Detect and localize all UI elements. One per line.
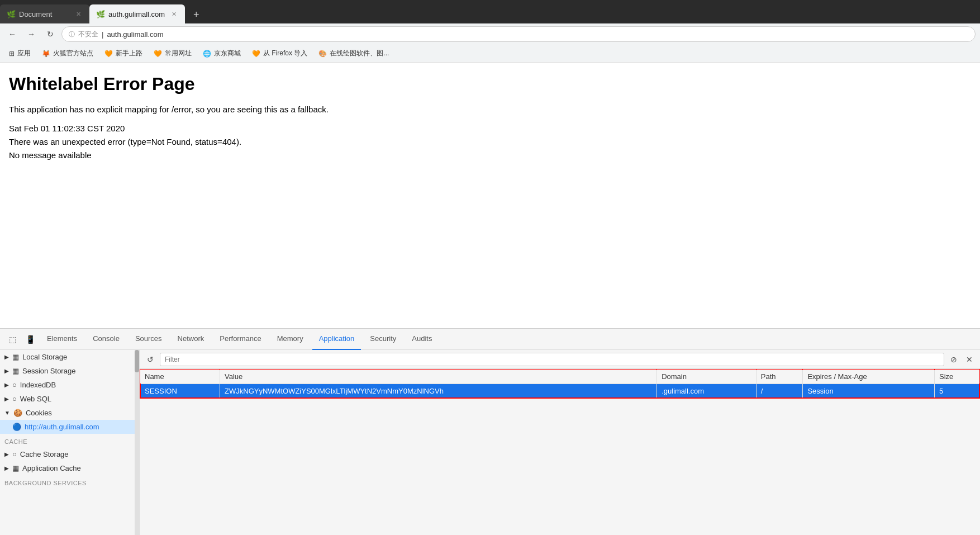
cache-storage-icon: ○ [12,450,17,458]
col-path: Path [756,370,803,384]
bookmark-apps[interactable]: ⊞ 应用 [4,47,35,60]
sidebar-cache-storage[interactable]: ▶ ○ Cache Storage [0,447,139,461]
cookie-table-wrap: Name Value Domain Path Expires / Max-Age… [140,369,980,535]
cache-storage-label: Cache Storage [20,450,69,458]
sidebar-cookie-auth[interactable]: 🔵 http://auth.gulimall.com [0,420,139,434]
cache-storage-chevron: ▶ [4,451,9,457]
tab-console[interactable]: Console [86,329,126,350]
cell-value: ZWJkNGYyNWMtOWZiYS00MGlxLTljMWYtN2VmNmY0… [220,384,657,399]
bookmark-draw-label: 在线绘图软件、图... [330,49,389,58]
cache-category-label: Cache [0,434,139,447]
jd-icon: 🌐 [203,50,211,58]
tab-document[interactable]: 🌿 Document ✕ [0,4,89,23]
tab-application-label: Application [319,334,355,343]
cell-expires: Session [803,384,935,399]
cookie-row-session[interactable]: SESSION ZWJkNGYyNWMtOWZiYS00MGlxLTljMWYt… [140,384,980,399]
local-storage-chevron: ▶ [4,354,9,360]
error-title: Whitelabel Error Page [9,74,971,94]
cookies-label: Cookies [26,409,52,417]
firefox-import-icon: 🧡 [252,50,260,58]
filter-input[interactable] [160,353,944,366]
bookmark-jd-label: 京东商城 [214,49,241,58]
web-sql-chevron: ▶ [4,396,9,402]
devtools-inspect-btn[interactable]: ⬚ [4,332,20,347]
bg-services-label: Background Services [0,475,139,489]
tab-security[interactable]: Security [363,329,403,350]
sidebar-scrollbar[interactable] [135,350,139,535]
session-storage-chevron: ▶ [4,368,9,374]
web-sql-label: Web SQL [20,395,51,403]
devtools-toolbar: ↺ ⊘ ✕ [140,350,980,369]
tab-performance[interactable]: Performance [213,329,268,350]
bookmark-firefox-import[interactable]: 🧡 从 Firefox 导入 [248,47,312,60]
lock-icon: ⓘ [69,30,75,39]
browser-chrome: 🌿 Document ✕ 🌿 auth.gulimall.com ✕ + ← →… [0,0,980,63]
cookie-auth-label: http://auth.gulimall.com [25,423,99,431]
sidebar-scroll-thumb[interactable] [135,350,139,372]
apps-icon: ⊞ [9,50,15,58]
bookmark-newbie-label: 新手上路 [116,49,142,58]
error-line1: There was an unexpected error (type=Not … [9,135,971,149]
bookmarks-bar: ⊞ 应用 🦊 火狐官方站点 🧡 新手上路 🧡 常用网址 🌐 京东商城 🧡 从 F… [0,45,980,63]
error-description: This application has no explicit mapping… [9,103,971,116]
block-btn[interactable]: ⊘ [948,353,960,366]
devtools-tab-bar: ⬚ 📱 Elements Console Sources Network Per… [0,329,980,350]
reload-button[interactable]: ↻ [42,26,58,42]
tab-close-auth[interactable]: ✕ [169,10,178,18]
error-timestamp: Sat Feb 01 11:02:33 CST 2020 [9,122,971,135]
session-storage-icon: ▦ [12,367,19,375]
sidebar-session-storage[interactable]: ▶ ▦ Session Storage [0,364,139,378]
col-size: Size [935,370,980,384]
new-tab-button[interactable]: + [187,6,205,23]
tab-elements[interactable]: Elements [40,329,84,350]
sidebar-web-sql[interactable]: ▶ ○ Web SQL [0,392,139,406]
devtools-main-panel: ↺ ⊘ ✕ Name Value Domain Path [140,350,980,535]
back-button[interactable]: ← [4,26,20,42]
address-bar[interactable]: ⓘ 不安全 | auth.gulimall.com [61,26,976,42]
tab-elements-label: Elements [47,334,77,343]
cell-size: 5 [935,384,980,399]
tab-bar: 🌿 Document ✕ 🌿 auth.gulimall.com ✕ + [0,0,980,23]
devtools-device-btn[interactable]: 📱 [22,332,38,347]
sidebar-local-storage[interactable]: ▶ ▦ Local Storage [0,350,139,364]
forward-button[interactable]: → [23,26,39,42]
cookies-icon: 🍪 [13,409,22,417]
tab-auth[interactable]: 🌿 auth.gulimall.com ✕ [89,4,185,23]
tab-memory-label: Memory [277,334,303,343]
devtools-panel: ⬚ 📱 Elements Console Sources Network Per… [0,328,980,535]
bookmark-common-label: 常用网址 [165,49,192,58]
sidebar-app-cache[interactable]: ▶ ▦ Application Cache [0,461,139,475]
bookmark-apps-label: 应用 [17,49,31,58]
bookmark-newbie[interactable]: 🧡 新手上路 [100,47,147,60]
tab-audits[interactable]: Audits [405,329,439,350]
refresh-cookies-btn[interactable]: ↺ [144,353,156,366]
common-icon: 🧡 [154,50,162,58]
tab-favicon-document: 🌿 [7,10,15,18]
cell-path: / [756,384,803,399]
web-sql-icon: ○ [12,395,17,403]
sidebar-cookies-section[interactable]: ▼ 🍪 Cookies [0,406,139,420]
col-expires: Expires / Max-Age [803,370,935,384]
cell-domain: .gulimall.com [657,384,757,399]
local-storage-label: Local Storage [22,353,67,361]
tab-label-document: Document [19,10,69,18]
tab-memory[interactable]: Memory [270,329,310,350]
tab-sources-label: Sources [135,334,162,343]
tab-application[interactable]: Application [312,329,361,350]
bookmark-draw[interactable]: 🎨 在线绘图软件、图... [314,47,393,60]
cell-name: SESSION [140,384,220,399]
bookmark-jd[interactable]: 🌐 京东商城 [198,47,245,60]
draw-icon: 🎨 [318,50,327,58]
tab-sources[interactable]: Sources [129,329,169,350]
col-value: Value [220,370,657,384]
bookmark-common[interactable]: 🧡 常用网址 [149,47,196,60]
insecure-label: 不安全 [78,30,98,39]
tab-audits-label: Audits [412,334,432,343]
bookmark-firefox[interactable]: 🦊 火狐官方站点 [37,47,98,60]
local-storage-icon: ▦ [12,353,19,361]
col-name: Name [140,370,220,384]
sidebar-indexeddb[interactable]: ▶ ○ IndexedDB [0,378,139,392]
tab-close-document[interactable]: ✕ [74,10,83,18]
tab-network[interactable]: Network [171,329,211,350]
clear-btn[interactable]: ✕ [963,353,976,366]
